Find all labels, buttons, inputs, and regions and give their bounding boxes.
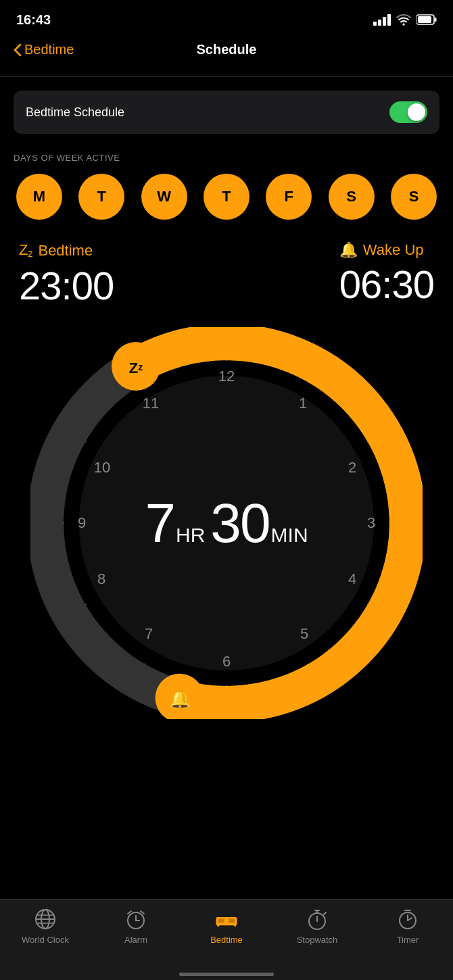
status-icons (373, 14, 437, 26)
svg-text:1: 1 (299, 395, 307, 412)
content: Bedtime Schedule DAYS OF WEEK ACTIVE M T… (0, 91, 453, 719)
back-button[interactable]: Bedtime (14, 42, 74, 57)
svg-rect-92 (218, 918, 224, 923)
tab-alarm-label: Alarm (124, 935, 147, 945)
bedtime-tab-icon (215, 908, 238, 931)
status-bar: 16:43 (0, 0, 453, 36)
svg-text:8: 8 (97, 570, 105, 587)
days-row: M T W T F S S (14, 174, 439, 220)
svg-line-100 (324, 912, 326, 914)
svg-rect-93 (229, 918, 235, 923)
timer-icon (396, 908, 419, 931)
svg-rect-1 (435, 18, 437, 22)
day-friday[interactable]: F (266, 174, 312, 220)
bedtime-schedule-toggle[interactable] (389, 101, 427, 123)
tab-bedtime-label: Bedtime (210, 935, 243, 945)
svg-text:3: 3 (367, 514, 375, 531)
clock-svg: 12 1 2 3 4 5 6 7 8 9 10 11 (30, 327, 423, 719)
tab-bar: World Clock Alarm (0, 899, 453, 980)
tab-stopwatch-label: Stopwatch (297, 935, 338, 945)
wakeup-time: 06:30 (339, 262, 434, 307)
clock-wrapper[interactable]: 12 1 2 3 4 5 6 7 8 9 10 11 (30, 327, 423, 719)
svg-text:🔔: 🔔 (169, 688, 191, 710)
tab-world-clock-label: World Clock (22, 935, 69, 945)
bedtime-time: 23:00 (19, 263, 114, 308)
back-label: Bedtime (24, 42, 74, 57)
schedule-toggle-row: Bedtime Schedule (14, 91, 439, 134)
tab-bedtime[interactable]: Bedtime (181, 908, 272, 945)
svg-point-4 (79, 376, 374, 670)
day-saturday[interactable]: S (329, 174, 375, 220)
schedule-label: Bedtime Schedule (26, 105, 124, 120)
svg-text:2: 2 (348, 459, 356, 476)
wakeup-label: Wake Up (363, 241, 424, 259)
separator (0, 76, 453, 77)
tab-stopwatch[interactable]: Stopwatch (272, 908, 362, 945)
wakeup-label-row: 🔔 Wake Up (339, 241, 434, 259)
tab-alarm[interactable]: Alarm (91, 908, 181, 945)
nav-bar: Bedtime Schedule (0, 36, 453, 68)
toggle-knob (408, 103, 425, 121)
svg-text:10: 10 (94, 459, 110, 476)
signal-icon (373, 14, 391, 26)
bedtime-label-row: Zz Bedtime (19, 241, 114, 260)
svg-text:7: 7 (145, 625, 153, 642)
tab-world-clock[interactable]: World Clock (0, 908, 91, 945)
day-wednesday[interactable]: W (141, 174, 187, 220)
svg-text:12: 12 (218, 368, 235, 385)
tab-timer[interactable]: Timer (362, 908, 453, 945)
world-clock-icon (34, 908, 57, 931)
battery-icon (416, 14, 437, 25)
svg-text:6: 6 (222, 653, 231, 670)
svg-text:9: 9 (78, 514, 86, 531)
svg-text:4: 4 (348, 570, 356, 587)
tab-timer-label: Timer (397, 935, 419, 945)
day-sunday[interactable]: S (391, 174, 437, 220)
bedtime-label: Bedtime (38, 242, 93, 260)
svg-line-90 (141, 911, 144, 914)
time-row: Zz Bedtime 23:00 🔔 Wake Up 06:30 (14, 241, 439, 308)
status-time: 16:43 (16, 12, 51, 28)
days-section: DAYS OF WEEK ACTIVE M T W T F S S (14, 153, 439, 220)
wifi-icon (396, 14, 411, 26)
stopwatch-icon (306, 908, 329, 931)
home-indicator (179, 973, 274, 976)
bell-icon: 🔔 (339, 241, 358, 259)
day-tuesday[interactable]: T (78, 174, 124, 220)
svg-rect-95 (234, 925, 236, 927)
svg-rect-94 (217, 925, 219, 927)
zzz-icon: Zz (19, 241, 32, 260)
day-monday[interactable]: M (16, 174, 62, 220)
alarm-icon (124, 908, 147, 931)
clock-container: 12 1 2 3 4 5 6 7 8 9 10 11 (14, 327, 439, 719)
svg-rect-2 (418, 16, 431, 23)
bedtime-block[interactable]: Zz Bedtime 23:00 (19, 241, 114, 308)
nav-title: Schedule (197, 42, 257, 57)
svg-text:11: 11 (143, 395, 159, 412)
svg-line-89 (128, 911, 131, 914)
day-thursday[interactable]: T (204, 174, 249, 220)
svg-text:5: 5 (300, 625, 308, 642)
days-section-label: DAYS OF WEEK ACTIVE (14, 153, 439, 163)
wakeup-block[interactable]: 🔔 Wake Up 06:30 (339, 241, 434, 307)
